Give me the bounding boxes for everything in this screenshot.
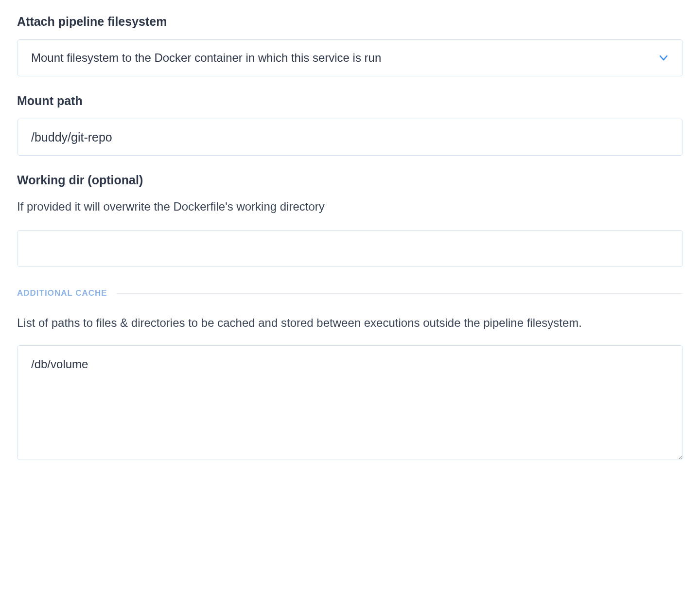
- mount-path-group: Mount path: [17, 94, 683, 156]
- attach-filesystem-select[interactable]: Mount filesystem to the Docker container…: [17, 39, 683, 76]
- additional-cache-divider: ADDITIONAL CACHE: [17, 288, 683, 298]
- divider-line: [116, 293, 683, 294]
- attach-filesystem-group: Attach pipeline filesystem Mount filesys…: [17, 15, 683, 76]
- working-dir-group: Working dir (optional) If provided it wi…: [17, 173, 683, 267]
- additional-cache-section-label: ADDITIONAL CACHE: [17, 288, 116, 298]
- additional-cache-description: List of paths to files & directories to …: [17, 314, 683, 332]
- mount-path-label: Mount path: [17, 94, 683, 108]
- working-dir-label: Working dir (optional): [17, 173, 683, 187]
- working-dir-input[interactable]: [17, 230, 683, 267]
- attach-filesystem-select-wrapper: Mount filesystem to the Docker container…: [17, 39, 683, 76]
- additional-cache-textarea[interactable]: [17, 345, 683, 460]
- mount-path-input[interactable]: [17, 119, 683, 156]
- working-dir-helper: If provided it will overwrite the Docker…: [17, 198, 683, 215]
- attach-filesystem-label: Attach pipeline filesystem: [17, 15, 683, 29]
